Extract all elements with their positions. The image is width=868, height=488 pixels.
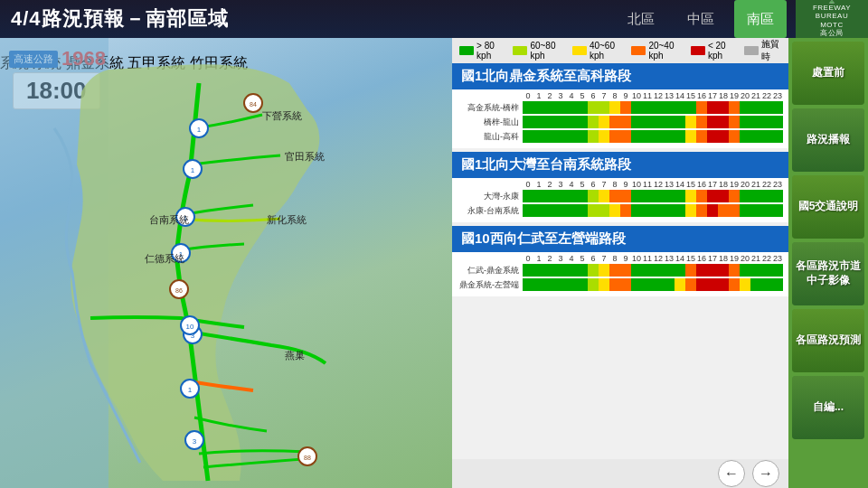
bar-cell	[729, 130, 740, 143]
bar-cell	[642, 264, 653, 277]
sidebar-item-4[interactable]: 各區路況預測	[792, 309, 864, 372]
row-label: 鼎金系統-左營端	[458, 279, 523, 291]
bar-cell	[523, 101, 533, 114]
chart-grid: 01234567891011121314151617181920212223高金…	[452, 89, 788, 148]
bar-cell	[761, 264, 772, 277]
bar-cell	[675, 278, 685, 291]
bar-cell	[664, 264, 675, 277]
bar-cell	[685, 204, 696, 217]
chart-row: 橋梓-龍山	[458, 116, 783, 128]
bar-cell	[653, 190, 664, 202]
bar-cell	[555, 278, 566, 291]
bar-cell	[740, 130, 750, 143]
nav-btn-北區[interactable]: 北區	[615, 0, 667, 38]
svg-text:燕巢: 燕巢	[285, 350, 305, 361]
bar-cell	[544, 264, 555, 277]
svg-text:86: 86	[175, 287, 183, 294]
row-label: 仁武-鼎金系統	[458, 265, 523, 277]
section-header: 國1北向大灣至台南系統路段	[452, 152, 788, 178]
chart-row: 高金系統-橋梓	[458, 101, 783, 114]
sidebar-item-label: 處置前	[812, 66, 844, 80]
bar-cell	[588, 101, 599, 114]
bar-cell	[707, 204, 718, 217]
svg-text:下營系統: 下營系統	[262, 110, 302, 121]
row-bars	[523, 264, 783, 277]
bar-cell	[685, 278, 696, 291]
bar-cell	[761, 101, 772, 114]
bar-cell	[620, 278, 631, 291]
bar-cell	[729, 101, 740, 114]
back-arrow-button[interactable]: ←	[718, 460, 745, 487]
bar-cell	[675, 264, 685, 277]
bar-cell	[566, 101, 577, 114]
bar-cell	[599, 278, 609, 291]
bar-cell	[718, 278, 729, 291]
bar-cell	[750, 101, 761, 114]
bar-cell	[533, 204, 544, 217]
bar-cell	[707, 264, 718, 277]
bar-cell	[588, 190, 599, 202]
bar-cell	[620, 264, 631, 277]
bar-cell	[718, 116, 729, 128]
bar-cell	[544, 130, 555, 143]
bar-cell	[609, 278, 620, 291]
bar-cell	[718, 101, 729, 114]
bar-cell	[588, 116, 599, 128]
bar-cell	[555, 190, 566, 202]
bar-cell	[620, 101, 631, 114]
right-sidebar: 處置前路況播報國5交通說明各區路況市道中子影像各區路況預測自編...	[788, 38, 868, 488]
nav-btn-南區[interactable]: 南區	[734, 0, 787, 38]
bar-cell	[653, 101, 664, 114]
sidebar-item-5[interactable]: 自編...	[792, 376, 864, 439]
bar-cell	[631, 264, 642, 277]
bar-cell	[675, 101, 685, 114]
nav-arrows: ← →	[452, 459, 788, 488]
sidebar-item-2[interactable]: 國5交通說明	[792, 175, 864, 239]
row-bars	[523, 190, 783, 202]
bar-cell	[707, 101, 718, 114]
chart-row: 大灣-永康	[458, 190, 783, 202]
sidebar-item-1[interactable]: 路況播報	[792, 108, 864, 172]
bar-cell	[620, 116, 631, 128]
forward-arrow-button[interactable]: →	[752, 460, 779, 487]
bar-cell	[696, 264, 707, 277]
svg-text:10: 10	[186, 323, 194, 331]
row-bars	[523, 116, 783, 128]
row-label: 橋梓-龍山	[458, 117, 523, 128]
bar-cell	[696, 278, 707, 291]
legend-item: > 80 kph	[459, 41, 502, 61]
sidebar-item-3[interactable]: 各區路況市道中子影像	[792, 242, 864, 305]
bar-cell	[599, 190, 609, 202]
svg-text:88: 88	[304, 455, 311, 461]
bar-cell	[696, 204, 707, 217]
bar-cell	[544, 190, 555, 202]
svg-text:1: 1	[191, 166, 195, 174]
bar-cell	[772, 101, 783, 114]
bar-cell	[707, 116, 718, 128]
bar-cell	[609, 204, 620, 217]
bar-cell	[761, 190, 772, 202]
bar-cell	[685, 190, 696, 202]
bar-cell	[577, 278, 588, 291]
bar-cell	[718, 264, 729, 277]
sidebar-item-0[interactable]: 處置前	[792, 42, 864, 105]
bar-cell	[555, 116, 566, 128]
bar-cell	[642, 278, 653, 291]
nav-btn-中區[interactable]: 中區	[675, 0, 727, 38]
bar-cell	[642, 190, 653, 202]
bar-cell	[761, 130, 772, 143]
bar-cell	[566, 116, 577, 128]
main-layout: 高速公路 1968 18:00	[0, 38, 868, 488]
legend-item: 20~40 kph	[631, 41, 680, 61]
bar-cell	[533, 278, 544, 291]
legend-item: < 20 kph	[691, 41, 733, 61]
sidebar-item-label: 自編...	[813, 400, 844, 415]
charts-container: 國1北向鼎金系統至高科路段012345678910111213141516171…	[452, 63, 788, 459]
chart-row: 龍山-高科	[458, 130, 783, 143]
bar-cell	[577, 204, 588, 217]
bar-cell	[566, 130, 577, 143]
bar-cell	[696, 130, 707, 143]
bar-cell	[740, 264, 750, 277]
bar-cell	[664, 130, 675, 143]
bar-cell	[653, 264, 664, 277]
